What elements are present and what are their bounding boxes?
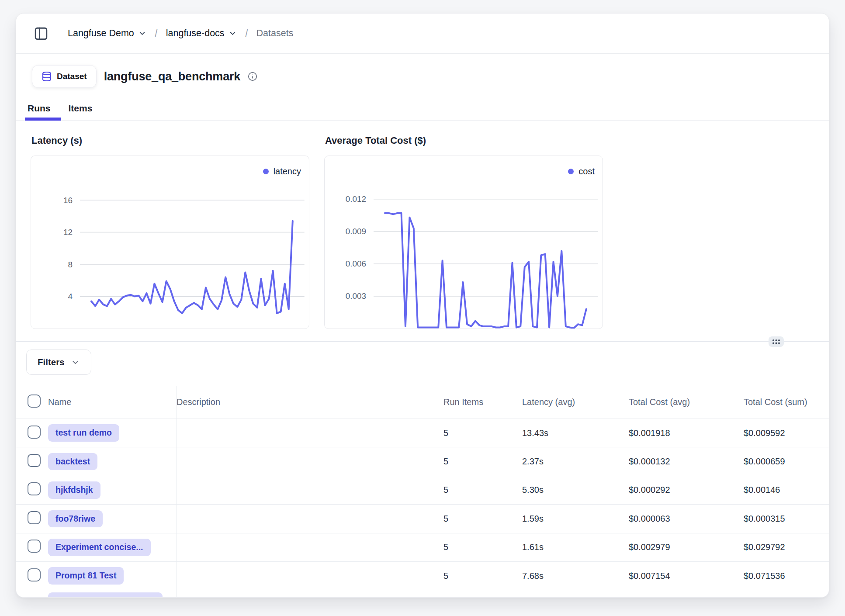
cell-total-cost-avg: $0.007154 [629,571,744,581]
svg-text:12: 12 [63,228,73,237]
breadcrumb-separator: / [155,27,157,40]
latency-chart-title: Latency (s) [31,134,309,148]
cell-latency-avg: 2.37s [522,457,629,467]
table-row[interactable]: backtest 5 2.37s $0.000132 $0.000659 [16,447,829,475]
cell-total-cost-avg: $0.000063 [629,514,744,524]
filters-button-label: Filters [38,357,65,367]
table-row[interactable]: Prompt 81 Test 5 7.68s $0.007154 $0.0715… [16,561,829,590]
latency-legend-label: latency [274,166,301,176]
breadcrumb-section[interactable]: Datasets [256,28,294,39]
table-row[interactable]: test run demo 5 13.43s $0.001918 $0.0095… [16,419,829,447]
sidebar-toggle-button[interactable] [33,25,49,42]
breadcrumb-separator: / [245,27,248,40]
legend-dot-icon [263,169,269,174]
svg-text:0.003: 0.003 [346,291,366,301]
chevron-down-icon [229,29,237,38]
panel-left-icon [34,26,48,41]
filters-row: Filters [16,342,829,375]
cell-total-cost-sum: $0.000659 [744,457,829,467]
run-name-badge[interactable]: backtest [48,453,97,471]
breadcrumb-org[interactable]: langfuse-docs [166,28,237,39]
tab-bar: Runs Items [16,97,829,121]
row-checkbox[interactable] [28,426,41,439]
cost-chart-block: Average Total Cost ($) 0.0030.0060.0090.… [324,134,603,329]
cell-run-items: 5 [443,514,522,524]
latency-chart-block: Latency (s) 481216 latency [31,134,309,329]
dataset-type-badge: Dataset [32,65,97,88]
resize-grip[interactable] [769,336,784,347]
table-header-row: Name Description Run Items Latency (avg)… [16,386,829,419]
cell-total-cost-avg: $0.001918 [629,428,744,438]
cell-run-items: 5 [443,571,522,581]
svg-text:0.009: 0.009 [346,227,366,236]
top-bar: Langfuse Demo / langfuse-docs / Datasets [16,14,829,54]
table-body: test run demo 5 13.43s $0.001918 $0.0095… [16,419,829,590]
cell-total-cost-avg: $0.000292 [629,485,744,495]
cell-total-cost-sum: $0.071536 [744,571,829,581]
svg-text:16: 16 [63,196,73,205]
row-checkbox[interactable] [28,482,41,495]
cell-total-cost-sum: $0.00146 [744,485,829,495]
cell-latency-avg: 7.68s [522,571,629,581]
cost-legend-label: cost [578,166,595,176]
runs-table: Name Description Run Items Latency (avg)… [16,386,829,595]
cell-total-cost-avg: $0.000132 [629,457,744,467]
row-checkbox[interactable] [28,511,41,524]
column-header-total-cost-avg: Total Cost (avg) [629,397,744,407]
cell-total-cost-sum: $0.029792 [744,542,829,552]
column-header-run-items: Run Items [443,397,522,407]
breadcrumb: Langfuse Demo / langfuse-docs / Datasets [68,27,293,40]
latency-line-plot: 481216 [31,156,309,329]
run-name-badge[interactable]: foo78riwe [48,510,103,528]
breadcrumb-project[interactable]: Langfuse Demo [68,28,146,39]
cost-line-plot: 0.0030.0060.0090.012 [325,156,603,329]
info-icon[interactable] [248,72,257,81]
chevron-down-icon [71,358,80,367]
cell-run-items: 5 [443,428,522,438]
grip-dots-icon [772,338,781,345]
tab-runs[interactable]: Runs [28,97,51,120]
cell-latency-avg: 1.59s [522,514,629,524]
run-name-badge[interactable]: Experiment concise... [48,539,151,556]
run-name-badge[interactable] [48,592,163,598]
cell-latency-avg: 1.61s [522,542,629,552]
tab-items[interactable]: Items [69,97,93,120]
column-header-total-cost-sum: Total Cost (sum) [744,397,829,407]
row-checkbox[interactable] [28,454,41,467]
chevron-down-icon [138,29,146,38]
cell-latency-avg: 5.30s [522,485,629,495]
svg-text:4: 4 [68,292,73,301]
cell-run-items: 5 [443,485,522,495]
table-row-partial [16,590,829,595]
run-name-badge[interactable]: hjkfdshjk [48,481,100,499]
select-all-checkbox[interactable] [28,395,41,408]
page-title: langfuse_qa_benchmark [104,70,240,83]
filters-button[interactable]: Filters [26,350,91,375]
table-row[interactable]: foo78riwe 5 1.59s $0.000063 $0.000315 [16,504,829,533]
dataset-badge-label: Dataset [57,72,87,81]
section-divider [16,341,829,342]
latency-legend: latency [263,166,301,176]
cell-latency-avg: 13.43s [522,428,629,438]
column-header-latency-avg: Latency (avg) [522,397,629,407]
table-row[interactable]: hjkfdshjk 5 5.30s $0.000292 $0.00146 [16,476,829,504]
cost-legend: cost [568,166,595,176]
latency-chart: 481216 latency [31,156,309,329]
dataset-header: Dataset langfuse_qa_benchmark [16,54,829,88]
database-icon [42,71,52,82]
table-row[interactable]: Experiment concise... 5 1.61s $0.002979 … [16,533,829,561]
charts-section: Latency (s) 481216 latency Average Total… [16,121,829,329]
legend-dot-icon [568,169,574,174]
cell-total-cost-sum: $0.000315 [744,514,829,524]
run-name-badge[interactable]: Prompt 81 Test [48,567,124,585]
svg-text:0.012: 0.012 [346,194,366,204]
run-name-badge[interactable]: test run demo [48,424,119,442]
row-checkbox[interactable] [28,568,41,581]
cell-total-cost-sum: $0.009592 [744,428,829,438]
svg-text:0.006: 0.006 [346,259,366,268]
cell-run-items: 5 [443,457,522,467]
row-checkbox[interactable] [28,540,41,553]
cost-chart-title: Average Total Cost ($) [325,134,603,148]
breadcrumb-project-label: Langfuse Demo [68,28,134,39]
column-divider [177,386,177,598]
